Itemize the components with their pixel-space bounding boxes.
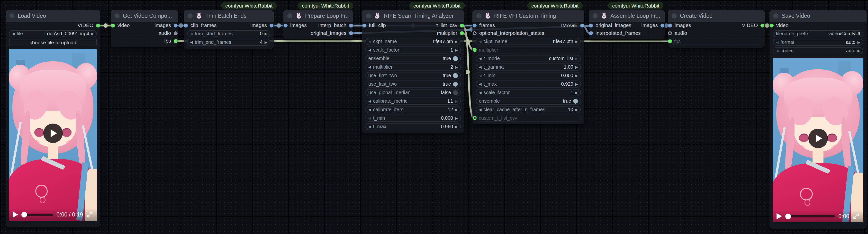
- play-icon[interactable]: [13, 211, 18, 218]
- link-midpoint-dot[interactable]: [765, 23, 769, 28]
- decrement-arrow-icon[interactable]: ◀: [479, 65, 482, 69]
- t_max-widget[interactable]: ◀t_max0.960▶: [365, 123, 461, 130]
- decrement-arrow-icon[interactable]: ◀: [368, 108, 371, 111]
- decrement-arrow-icon[interactable]: ◀: [368, 65, 371, 69]
- trim_start_frames-widget[interactable]: ◀trim_start_frames0▶: [187, 30, 270, 37]
- VIDEO-port[interactable]: [761, 24, 764, 28]
- ensemble-widget[interactable]: ensembletrue: [365, 55, 461, 62]
- use_first_two-widget[interactable]: use_first_twotrue: [365, 72, 461, 79]
- clear_cache_after_n_frames-widget[interactable]: ◀clear_cache_after_n_frames10▶: [476, 106, 581, 113]
- node-header-trim-batch-ends[interactable]: Trim Batch Ends: [184, 10, 274, 22]
- file-widget[interactable]: ◀fileLoopVid_00091.mp4▶: [9, 30, 97, 37]
- filename_prefix-widget[interactable]: filename_prefixvideo/ComfyUI: [773, 30, 863, 37]
- ensemble-widget[interactable]: ensembletrue: [476, 98, 581, 105]
- increment-arrow-icon[interactable]: ▶: [575, 57, 578, 60]
- decrement-arrow-icon[interactable]: ◀: [776, 49, 779, 53]
- collapse-dot[interactable]: [476, 13, 482, 19]
- increment-arrow-icon[interactable]: ▶: [575, 108, 578, 111]
- fps-port[interactable]: [174, 39, 178, 43]
- original_images-port[interactable]: [589, 24, 593, 28]
- increment-arrow-icon[interactable]: ▶: [91, 32, 94, 35]
- increment-arrow-icon[interactable]: ▶: [455, 40, 458, 43]
- format-widget[interactable]: ◀formatauto▶: [773, 39, 863, 46]
- node-rife-seam-timing-analyzer[interactable]: RIFE Seam Timing Analyzerfull_clipt_list…: [362, 10, 464, 133]
- audio-port[interactable]: [668, 31, 672, 35]
- link-midpoint-dot[interactable]: [466, 70, 470, 74]
- play-overlay-button[interactable]: [808, 129, 828, 148]
- ckpt_name-widget[interactable]: ◀ckpt_namerife47.pth▶: [365, 38, 461, 45]
- t_min-widget[interactable]: ◀t_min0.000▶: [365, 114, 461, 122]
- link-midpoint-dot[interactable]: [179, 23, 183, 28]
- interp_batch-port[interactable]: [349, 24, 353, 28]
- node-header-rife-seam-timing-analyzer[interactable]: RIFE Seam Timing Analyzer: [362, 10, 464, 22]
- fullscreen-icon[interactable]: [853, 213, 860, 220]
- interpolated_frames-port[interactable]: [589, 31, 593, 35]
- fps-widget[interactable]: fps: [671, 38, 761, 45]
- decrement-arrow-icon[interactable]: ◀: [479, 91, 482, 94]
- node-get-video-components[interactable]: Get Video Compo...videoimagesaudiofps: [111, 10, 178, 47]
- increment-arrow-icon[interactable]: ▶: [265, 40, 267, 44]
- toggle-circle[interactable]: [453, 82, 458, 87]
- seek-bar[interactable]: [785, 215, 835, 218]
- t_mode-widget[interactable]: ◀t_modecustom_list▶: [476, 55, 581, 62]
- increment-arrow-icon[interactable]: ▶: [455, 116, 458, 120]
- collapse-dot[interactable]: [672, 13, 677, 19]
- collapse-dot[interactable]: [9, 13, 14, 19]
- images-port[interactable]: [270, 24, 273, 28]
- increment-arrow-icon[interactable]: ▶: [857, 40, 860, 44]
- scale_factor-widget[interactable]: ◀scale_factor1▶: [365, 46, 461, 54]
- increment-arrow-icon[interactable]: ▶: [575, 82, 578, 86]
- multiplier-widget[interactable]: ◀multiplier2▶: [365, 64, 461, 71]
- t_gamma-widget[interactable]: ◀t_gamma1.00▶: [476, 64, 581, 71]
- increment-arrow-icon[interactable]: ▶: [575, 74, 578, 77]
- video-port[interactable]: [770, 24, 774, 28]
- images-port[interactable]: [660, 24, 664, 28]
- toggle-circle[interactable]: [453, 90, 458, 95]
- link-midpoint-dot[interactable]: [466, 39, 470, 44]
- decrement-arrow-icon[interactable]: ◀: [368, 116, 371, 120]
- toggle-circle[interactable]: [453, 56, 458, 61]
- t_max-widget[interactable]: ◀t_max0.920▶: [476, 80, 581, 88]
- decrement-arrow-icon[interactable]: ◀: [479, 40, 482, 43]
- multiplier-port[interactable]: [460, 31, 464, 35]
- node-header-prepare-loop-frames[interactable]: Prepare Loop Fr...: [283, 10, 353, 22]
- seek-knob[interactable]: [785, 213, 791, 219]
- node-header-get-video-components[interactable]: Get Video Compo...: [111, 10, 178, 22]
- images-port[interactable]: [668, 24, 672, 28]
- multiplier-widget[interactable]: multiplier: [476, 46, 581, 54]
- toggle-circle[interactable]: [453, 73, 458, 78]
- node-header-save-video[interactable]: Save Video: [770, 10, 867, 22]
- node-prepare-loop-frames[interactable]: Prepare Loop Fr...imagesinterp_batchorig…: [283, 10, 353, 39]
- decrement-arrow-icon[interactable]: ◀: [776, 40, 779, 44]
- decrement-arrow-icon[interactable]: ◀: [368, 99, 371, 103]
- decrement-arrow-icon[interactable]: ◀: [368, 48, 371, 52]
- collapse-dot[interactable]: [366, 13, 371, 19]
- port-port[interactable]: [473, 116, 476, 120]
- collapse-dot[interactable]: [593, 13, 598, 19]
- node-trim-batch-ends[interactable]: Trim Batch Endsclip_framesimages◀trim_st…: [184, 10, 274, 49]
- decrement-arrow-icon[interactable]: ◀: [12, 32, 15, 35]
- full_clip-port[interactable]: [362, 24, 366, 28]
- seek-bar[interactable]: [22, 213, 53, 216]
- video-port[interactable]: [111, 24, 115, 28]
- VIDEO-port[interactable]: [96, 24, 100, 28]
- node-header-create-video[interactable]: Create Video: [668, 10, 765, 22]
- increment-arrow-icon[interactable]: ▶: [857, 49, 860, 53]
- increment-arrow-icon[interactable]: ▶: [455, 65, 458, 69]
- decrement-arrow-icon[interactable]: ◀: [479, 108, 482, 111]
- audio-port[interactable]: [174, 31, 178, 35]
- port-port[interactable]: [473, 48, 476, 52]
- optional_interpolation_states-port[interactable]: [473, 31, 476, 35]
- t_min-widget[interactable]: ◀t_min0.000▶: [476, 72, 581, 79]
- choose-file-button[interactable]: choose file to upload: [9, 39, 97, 46]
- increment-arrow-icon[interactable]: ▶: [455, 99, 458, 103]
- node-header-assemble-loop-frames[interactable]: Assemble Loop Fr...: [589, 10, 664, 22]
- ckpt_name-widget[interactable]: ◀ckpt_namerife47.pth▶: [476, 38, 581, 45]
- seek-knob[interactable]: [22, 212, 27, 218]
- node-rife-vfi-custom-timing[interactable]: RIFE VFI Custom TimingframesIMAGEoptiona…: [472, 10, 584, 124]
- collapse-dot[interactable]: [188, 13, 193, 19]
- increment-arrow-icon[interactable]: ▶: [455, 48, 458, 52]
- decrement-arrow-icon[interactable]: ◀: [190, 40, 193, 44]
- use_last_two-widget[interactable]: use_last_twotrue: [365, 80, 461, 88]
- original_images-port[interactable]: [349, 31, 353, 35]
